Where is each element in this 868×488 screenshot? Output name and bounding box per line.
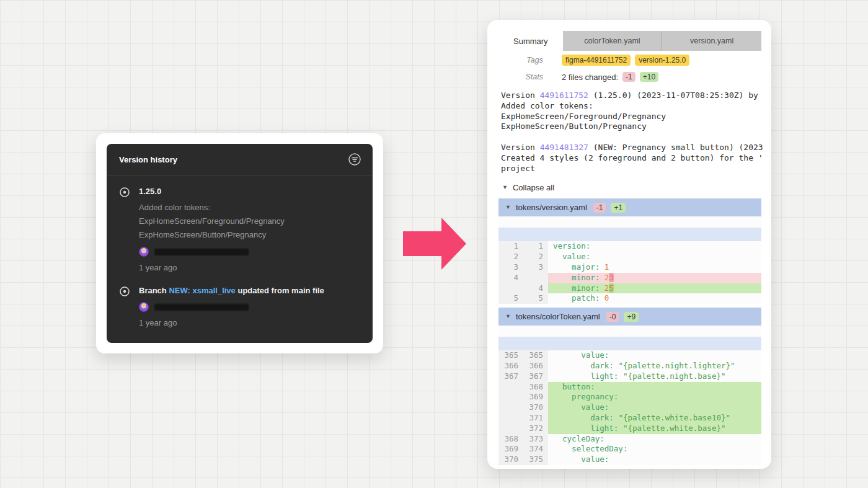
diff-line: 55 patch: 0 xyxy=(498,293,761,304)
version-history-header: Version history xyxy=(107,144,373,175)
code-content: major: 1 xyxy=(548,262,761,273)
diff-files: ▼tokens/version.yaml-1+111version:22 val… xyxy=(498,198,761,465)
removed-count-badge: -0 xyxy=(606,312,619,322)
version-item-description: Added color tokens: xyxy=(139,201,360,215)
summary-line: Created 4 styles (2 foreground and 2 but… xyxy=(501,153,761,164)
new-line-number: 366 xyxy=(523,361,548,371)
code-content: patch: 0 xyxy=(548,293,761,304)
code-content: selectedDay: xyxy=(548,444,761,455)
branch-link[interactable]: NEW: xsmall_live xyxy=(169,286,235,295)
code-content: value: xyxy=(548,252,761,262)
code-content: cycleDay: xyxy=(548,434,761,445)
hunk-header xyxy=(498,228,761,241)
avatar xyxy=(139,302,149,312)
arrow-icon xyxy=(403,218,466,270)
version-history-item: Branch NEW: xsmall_live updated from mai… xyxy=(119,285,360,327)
filter-lines-icon[interactable] xyxy=(348,153,361,166)
diff-file-section: ▼tokens/version.yaml-1+111version:22 val… xyxy=(498,198,761,304)
old-line-number: 369 xyxy=(498,444,523,455)
code-content: button: xyxy=(548,382,761,393)
diff-line: 370 value: xyxy=(498,402,761,413)
old-line-number: 366 xyxy=(498,361,523,371)
old-line-number: 3 xyxy=(498,262,523,273)
code-content: version: xyxy=(548,241,761,252)
commit-summary-text: Version 4491611752 (1.25.0) (2023-11-07T… xyxy=(498,91,761,174)
tab-summary[interactable]: Summary xyxy=(498,31,563,51)
version-item-title: 1.25.0 xyxy=(139,185,360,198)
code-content: value: xyxy=(548,350,761,361)
redacted-author-name xyxy=(154,304,249,311)
new-line-number: 3 xyxy=(523,262,548,273)
old-line-number: 368 xyxy=(498,434,523,445)
diff-spacer xyxy=(498,216,761,228)
diff-line: 365365 value: xyxy=(498,350,761,361)
diff-file-header[interactable]: ▼tokens/version.yaml-1+1 xyxy=(498,198,761,216)
old-line-number: 2 xyxy=(498,252,523,262)
summary-line: Added color tokens: xyxy=(501,101,761,112)
version-history-list: 1.25.0Added color tokens:ExpHomeScreen/F… xyxy=(107,175,373,327)
old-line-number: 365 xyxy=(498,350,523,361)
new-line-number xyxy=(523,273,548,283)
chevron-down-icon: ▼ xyxy=(505,314,511,319)
tags-label: Tags xyxy=(498,56,543,64)
diff-line: 368 button: xyxy=(498,382,761,393)
old-line-number xyxy=(498,402,523,413)
hunk-header xyxy=(498,337,761,350)
summary-line: ExpHomeScreen/Foreground/Pregnancy xyxy=(501,112,761,122)
new-line-number: 367 xyxy=(523,371,548,382)
old-line-number xyxy=(498,392,523,402)
version-history-title: Version history xyxy=(119,155,177,164)
tags-list: figma-4491611752version-1.25.0 xyxy=(562,55,689,66)
new-line-number: 373 xyxy=(523,434,548,445)
redacted-author-name xyxy=(154,249,249,255)
new-line-number: 371 xyxy=(523,413,548,424)
tag-badge: version-1.25.0 xyxy=(635,55,689,66)
added-count-badge: +1 xyxy=(611,203,626,213)
old-line-number: 4 xyxy=(498,273,523,283)
diff-file-section: ▼tokens/colorToken.yaml-0+9365365 value:… xyxy=(498,308,761,465)
diff-line: 4 minor: 23 xyxy=(498,273,761,283)
avatar xyxy=(139,247,149,257)
diff-file-header[interactable]: ▼tokens/colorToken.yaml-0+9 xyxy=(498,308,761,326)
version-item-description: ExpHomeScreen/Foreground/Pregnancy xyxy=(139,215,360,228)
new-line-number: 374 xyxy=(523,444,548,455)
diff-line: 369374 selectedDay: xyxy=(498,444,761,455)
diff-line: 367367 light: "{palette.night.base}" xyxy=(498,371,761,382)
chevron-down-icon: ▼ xyxy=(505,205,511,210)
stats-text: 2 files changed: xyxy=(562,73,618,82)
diff-line: 11version: xyxy=(498,241,761,252)
old-line-number: 370 xyxy=(498,455,523,465)
tags-row: Tags figma-4491611752version-1.25.0 xyxy=(498,53,761,68)
new-line-number: 2 xyxy=(523,252,548,262)
diff-line: 369 pregnancy: xyxy=(498,392,761,402)
code-content: light: "{palette.night.base}" xyxy=(548,371,761,382)
stats-row: Stats 2 files changed: -1 +10 xyxy=(498,69,761,84)
old-line-number xyxy=(498,382,523,393)
new-line-number: 5 xyxy=(523,293,548,304)
removed-count-badge: -1 xyxy=(593,203,606,213)
diff-line: 371 dark: "{palette.white.base10}" xyxy=(498,413,761,424)
diff-line: 370375 value: xyxy=(498,455,761,465)
new-line-number: 372 xyxy=(523,424,548,434)
tab-group: colorToken.yamlversion.yaml xyxy=(563,31,761,51)
new-line-number: 375 xyxy=(523,455,548,465)
tab-colortoken-yaml[interactable]: colorToken.yaml xyxy=(563,31,662,51)
diff-line: 372 light: "{palette.white.base}" xyxy=(498,424,761,434)
summary-line: ExpHomeScreen/Button/Pregnancy xyxy=(501,122,761,132)
author-row xyxy=(139,301,360,313)
diff-file-name: tokens/version.yaml xyxy=(516,203,587,212)
new-line-number: 369 xyxy=(523,392,548,402)
diff-line: 366366 dark: "{palette.night.lighter}" xyxy=(498,361,761,371)
version-history-card: Version history 1.25.0Added color tokens… xyxy=(96,133,383,353)
stats-label: Stats xyxy=(498,73,543,81)
code-content: light: "{palette.white.base}" xyxy=(548,424,761,434)
collapse-all-control[interactable]: ▼ Collapse all xyxy=(498,183,761,192)
title-text: Branch xyxy=(139,286,169,295)
timestamp: 1 year ago xyxy=(139,263,360,272)
version-item-title: Branch NEW: xsmall_live updated from mai… xyxy=(139,285,360,297)
diff-file-body: 365365 value:366366 dark: "{palette.nigh… xyxy=(498,350,761,465)
tab-version-yaml[interactable]: version.yaml xyxy=(662,31,761,51)
old-line-number xyxy=(498,283,523,294)
version-history-item: 1.25.0Added color tokens:ExpHomeScreen/F… xyxy=(119,185,360,272)
timestamp: 1 year ago xyxy=(139,318,360,327)
